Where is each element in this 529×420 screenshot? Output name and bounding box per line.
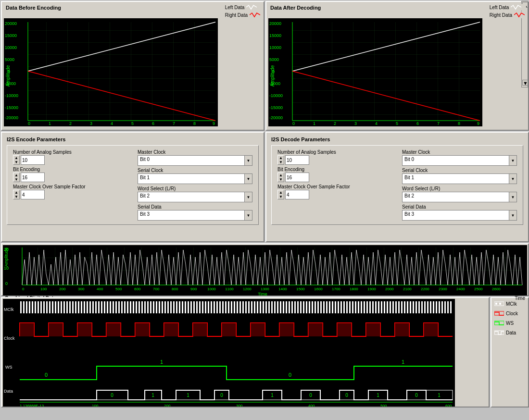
svg-text:100: 100 — [40, 287, 47, 291]
decode-word-select-dropdown[interactable]: Bit 2 ▼ — [402, 192, 517, 202]
before-legend: Left Data Right Data — [224, 4, 262, 18]
svg-text:600: 600 — [445, 404, 452, 407]
encode-serial-data-dropdown[interactable]: Bit 3 ▼ — [138, 210, 252, 221]
svg-text:1900: 1900 — [367, 287, 376, 291]
svg-text:0: 0 — [415, 393, 418, 398]
encode-right-col: Master Clock Bit 0 ▼ Serial Clock Bit 1 … — [134, 148, 256, 222]
svg-text:3: 3 — [90, 121, 92, 126]
decode-mclk-group: Master Clock Over Sample Factor ▲▼ — [277, 184, 392, 199]
svg-text:900: 900 — [190, 287, 197, 291]
decode-params-title: I2S Decode Parameters — [269, 136, 525, 143]
decode-master-clock-value: Bit 0 — [403, 156, 509, 165]
svg-text:1400: 1400 — [278, 287, 287, 291]
encode-num-samples-input[interactable] — [21, 155, 45, 165]
decode-master-clock-arrow[interactable]: ▼ — [509, 156, 516, 165]
encode-bit-encoding-group: Bit Encoding ▲▼ — [13, 167, 128, 182]
encode-serial-data-group: Serial Data Bit 3 ▼ — [138, 204, 252, 221]
encode-mclk-input[interactable] — [21, 190, 45, 199]
encode-params-panel: I2S Encode Parameters Number of Analog S… — [1, 132, 264, 242]
combined-time-label: Time — [515, 296, 525, 301]
svg-text:4: 4 — [111, 121, 113, 126]
encode-num-samples-spinner[interactable]: ▲▼ — [13, 155, 20, 165]
decode-master-clock-dropdown[interactable]: Bit 0 ▼ — [402, 155, 517, 166]
svg-text:300: 300 — [78, 287, 85, 291]
svg-text:10000: 10000 — [269, 45, 281, 50]
decode-params-grid: Number of Analog Samples ▲▼ Bit Encoding — [274, 148, 521, 222]
encode-bit-encoding-spinner[interactable]: ▲▼ — [13, 173, 20, 182]
encode-word-select-arrow[interactable]: ▼ — [244, 192, 252, 202]
encode-serial-clock-arrow[interactable]: ▼ — [244, 174, 252, 184]
svg-text:1: 1 — [438, 393, 441, 398]
encode-left-col: Number of Analog Samples ▲▼ Bit Encoding — [9, 148, 132, 222]
svg-text:WS: WS — [5, 365, 13, 370]
decode-serial-clock-value: Bit 1 — [403, 174, 509, 184]
svg-text:1600: 1600 — [314, 287, 323, 291]
decode-mclk-input[interactable] — [285, 190, 309, 199]
svg-text:2400: 2400 — [456, 287, 465, 291]
encode-master-clock-label: Master Clock — [138, 149, 252, 155]
encode-serial-clock-dropdown[interactable]: Bit 1 ▼ — [138, 173, 252, 184]
decode-serial-clock-arrow[interactable]: ▼ — [509, 174, 516, 184]
svg-rect-102 — [49, 323, 63, 336]
svg-rect-108 — [222, 323, 236, 336]
decode-serial-data-arrow[interactable]: ▼ — [509, 210, 516, 220]
encode-master-clock-arrow[interactable]: ▼ — [244, 156, 252, 165]
encode-params-grid: Number of Analog Samples ▲▼ Bit Encoding — [9, 148, 256, 222]
svg-text:20000: 20000 — [5, 21, 17, 26]
decode-serial-data-group: Serial Data Bit 3 ▼ — [402, 204, 517, 221]
encode-params-title: I2S Encode Parameters — [5, 136, 261, 143]
encode-word-select-dropdown[interactable]: Bit 2 ▼ — [138, 192, 252, 202]
encode-mclk-row: ▲▼ — [13, 190, 128, 199]
legend-data-label: Data — [506, 330, 516, 335]
decode-serial-clock-label: Serial Clock — [402, 168, 517, 173]
decode-serial-data-value: Bit 3 — [403, 210, 509, 220]
decode-num-samples-spinner[interactable]: ▲▼ — [277, 155, 284, 165]
svg-text:10000: 10000 — [5, 45, 17, 50]
decode-mclk-spinner[interactable]: ▲▼ — [277, 190, 284, 199]
digital-waveforms-label: Digital Waveforms — [5, 407, 47, 408]
encode-serial-data-arrow[interactable]: ▼ — [244, 210, 252, 220]
svg-rect-101 — [20, 323, 34, 336]
encode-mclk-spinner[interactable]: ▲▼ — [13, 190, 20, 199]
before-encoding-title: Data Before Encoding — [4, 4, 63, 12]
encode-master-clock-value: Bit 0 — [138, 156, 244, 165]
decode-serial-data-label: Serial Data — [402, 204, 517, 210]
svg-text:1700: 1700 — [332, 287, 340, 291]
encode-bit-encoding-input[interactable] — [21, 173, 45, 182]
decode-word-select-arrow[interactable]: ▼ — [509, 192, 516, 202]
svg-text:1: 1 — [187, 393, 189, 398]
encode-num-samples-label: Number of Analog Samples — [13, 149, 128, 155]
svg-text:0: 0 — [220, 393, 223, 398]
decode-num-samples-input[interactable] — [285, 155, 309, 165]
decode-bit-encoding-input[interactable] — [285, 173, 309, 182]
svg-text:1500: 1500 — [296, 287, 305, 291]
svg-text:0: 0 — [28, 121, 30, 126]
decode-serial-clock-dropdown[interactable]: Bit 1 ▼ — [402, 173, 517, 184]
svg-text:20000: 20000 — [269, 21, 281, 26]
scroll-down[interactable]: ▼ — [522, 80, 528, 86]
legend-mclk: MClk — [494, 301, 525, 307]
decode-word-select-label: Word Select (L/R) — [402, 186, 517, 191]
params-row: I2S Encode Parameters Number of Analog S… — [1, 132, 529, 242]
svg-text:Clock: Clock — [4, 336, 15, 341]
encode-master-clock-dropdown[interactable]: Bit 0 ▼ — [138, 155, 252, 166]
svg-text:-15000: -15000 — [5, 105, 18, 110]
after-right-legend-label: Right Data — [490, 12, 512, 18]
decode-mclk-row: ▲▼ — [277, 190, 392, 199]
svg-text:0: 0 — [22, 287, 25, 291]
svg-text:1800: 1800 — [350, 287, 358, 291]
combined-digital-panel: 20 10 0 0 100 200 300 400 500 600 700 80… — [1, 243, 529, 296]
svg-text:7: 7 — [437, 121, 440, 126]
decode-params-panel: I2S Decode Parameters Number of Analog S… — [265, 132, 529, 242]
svg-text:800: 800 — [172, 287, 178, 291]
before-encoding-chart: 20000 15000 10000 5000 0 -5000 -10000 -1… — [4, 18, 218, 126]
svg-text:500: 500 — [380, 404, 387, 407]
svg-text:2000: 2000 — [385, 287, 394, 291]
after-right-legend: Right Data — [488, 12, 526, 18]
svg-text:9: 9 — [213, 121, 215, 126]
decode-bit-encoding-spinner[interactable]: ▲▼ — [277, 173, 284, 182]
svg-text:200: 200 — [164, 404, 171, 407]
decode-serial-data-dropdown[interactable]: Bit 3 ▼ — [402, 210, 517, 221]
svg-text:1000: 1000 — [207, 287, 216, 291]
encode-word-select-value: Bit 2 — [138, 192, 244, 202]
